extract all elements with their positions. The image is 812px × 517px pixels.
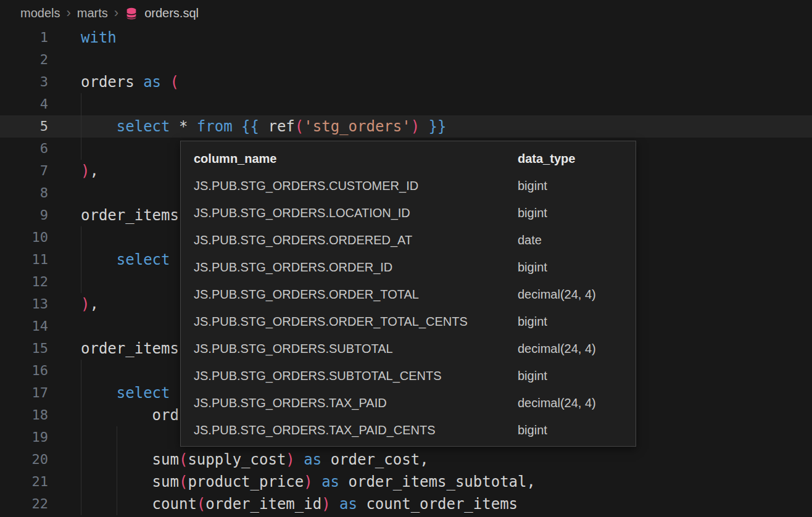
indent-guide [81, 426, 81, 449]
line-number[interactable]: 11 [0, 249, 48, 271]
table-row: JS.PUB.STG_ORDERS.LOCATION_IDbigint [181, 199, 636, 226]
table-row: JS.PUB.STG_ORDERS.ORDER_IDbigint [181, 254, 636, 281]
line-number[interactable]: 1 [0, 27, 48, 49]
code-line[interactable]: 5 select * from {{ ref('stg_orders') }} [0, 115, 812, 138]
popup-col-header-column-name: column_name [194, 152, 518, 166]
data-type-cell: date [518, 233, 636, 247]
breadcrumb-item-marts[interactable]: marts [77, 6, 108, 20]
line-number[interactable]: 2 [0, 49, 48, 71]
line-number[interactable]: 22 [0, 493, 48, 515]
line-number[interactable]: 7 [0, 160, 48, 182]
indent-guide [81, 360, 81, 382]
code-line[interactable]: 2 [0, 49, 812, 71]
popup-rows: JS.PUB.STG_ORDERS.CUSTOMER_IDbigintJS.PU… [181, 172, 636, 444]
column-name-cell: JS.PUB.STG_ORDERS.TAX_PAID [194, 396, 518, 410]
chevron-right-icon: › [114, 6, 118, 20]
line-number[interactable]: 10 [0, 226, 48, 249]
line-number[interactable]: 17 [0, 382, 48, 404]
column-name-cell: JS.PUB.STG_ORDERS.ORDER_ID [194, 260, 518, 275]
code-line-text: ord [81, 404, 179, 426]
hover-popup: column_name data_type JS.PUB.STG_ORDERS.… [180, 141, 636, 447]
code-line[interactable]: 21 sum(product_price) as order_items_sub… [0, 471, 812, 493]
table-row: JS.PUB.STG_ORDERS.TAX_PAIDdecimal(24, 4) [181, 389, 636, 416]
line-number[interactable]: 20 [0, 449, 48, 471]
code-line-text: ), [81, 160, 99, 182]
breadcrumb: models › marts › orders.sql [0, 0, 812, 27]
column-name-cell: JS.PUB.STG_ORDERS.ORDERED_AT [194, 233, 518, 247]
line-number[interactable]: 9 [0, 204, 48, 226]
code-line-text: with [81, 27, 117, 49]
code-line-text: select * from {{ ref('stg_orders') }} [81, 115, 446, 138]
code-line-text: sum(product_price) as order_items_subtot… [81, 471, 536, 493]
code-line-text: ), [81, 293, 99, 315]
indent-guide [81, 93, 81, 115]
data-type-cell: decimal(24, 4) [518, 342, 636, 356]
code-line-text: sum(supply_cost) as order_cost, [81, 449, 429, 471]
line-number[interactable]: 19 [0, 426, 48, 449]
data-type-cell: bigint [518, 315, 636, 329]
line-number[interactable]: 14 [0, 315, 48, 337]
column-name-cell: JS.PUB.STG_ORDERS.SUBTOTAL [194, 342, 518, 356]
indent-guide [117, 426, 117, 449]
code-line-text: count(order_item_id) as count_order_item… [81, 493, 518, 515]
breadcrumb-item-file[interactable]: orders.sql [144, 6, 199, 20]
data-type-cell: bigint [518, 179, 636, 193]
popup-col-header-data-type: data_type [518, 152, 636, 166]
code-line[interactable]: 4 [0, 93, 812, 115]
table-row: JS.PUB.STG_ORDERS.ORDER_TOTALdecimal(24,… [181, 281, 636, 308]
line-number[interactable]: 13 [0, 293, 48, 315]
line-number[interactable]: 21 [0, 471, 48, 493]
indent-guide [81, 271, 81, 293]
line-number[interactable]: 16 [0, 360, 48, 382]
data-type-cell: bigint [518, 206, 636, 220]
indent-guide [81, 138, 81, 160]
code-line-text: orders as ( [81, 71, 179, 93]
code-line[interactable]: 20 sum(supply_cost) as order_cost, [0, 449, 812, 471]
line-number[interactable]: 5 [0, 115, 48, 138]
code-line[interactable]: 1with [0, 27, 812, 49]
data-type-cell: bigint [518, 423, 636, 437]
data-type-cell: bigint [518, 369, 636, 383]
line-number[interactable]: 4 [0, 93, 48, 115]
table-row: JS.PUB.STG_ORDERS.CUSTOMER_IDbigint [181, 172, 636, 199]
data-type-cell: bigint [518, 260, 636, 275]
table-row: JS.PUB.STG_ORDERS.SUBTOTALdecimal(24, 4) [181, 335, 636, 362]
table-row: JS.PUB.STG_ORDERS.ORDER_TOTAL_CENTSbigin… [181, 308, 636, 335]
line-number[interactable]: 18 [0, 404, 48, 426]
line-number[interactable]: 3 [0, 71, 48, 93]
database-icon [125, 7, 138, 20]
table-row: JS.PUB.STG_ORDERS.TAX_PAID_CENTSbigint [181, 416, 636, 444]
data-type-cell: decimal(24, 4) [518, 287, 636, 302]
breadcrumb-item-models[interactable]: models [20, 6, 60, 20]
column-name-cell: JS.PUB.STG_ORDERS.CUSTOMER_ID [194, 179, 518, 193]
code-line-text: order_items [81, 204, 179, 226]
chevron-right-icon: › [66, 6, 70, 20]
code-line-text: select [81, 249, 170, 271]
column-name-cell: JS.PUB.STG_ORDERS.SUBTOTAL_CENTS [194, 369, 518, 383]
code-line-text: select [81, 382, 170, 404]
line-number[interactable]: 15 [0, 337, 48, 360]
table-row: JS.PUB.STG_ORDERS.SUBTOTAL_CENTSbigint [181, 362, 636, 389]
indent-guide [81, 226, 81, 249]
popup-header-row: column_name data_type [181, 145, 636, 172]
line-number[interactable]: 8 [0, 182, 48, 204]
line-number[interactable]: 12 [0, 271, 48, 293]
table-row: JS.PUB.STG_ORDERS.ORDERED_ATdate [181, 226, 636, 254]
code-line-text: order_items [81, 337, 179, 360]
column-name-cell: JS.PUB.STG_ORDERS.TAX_PAID_CENTS [194, 423, 518, 437]
data-type-cell: decimal(24, 4) [518, 396, 636, 410]
line-number[interactable]: 6 [0, 138, 48, 160]
code-line[interactable]: 22 count(order_item_id) as count_order_i… [0, 493, 812, 515]
column-name-cell: JS.PUB.STG_ORDERS.ORDER_TOTAL_CENTS [194, 315, 518, 329]
column-name-cell: JS.PUB.STG_ORDERS.ORDER_TOTAL [194, 287, 518, 302]
code-line[interactable]: 3orders as ( [0, 71, 812, 93]
column-name-cell: JS.PUB.STG_ORDERS.LOCATION_ID [194, 206, 518, 220]
